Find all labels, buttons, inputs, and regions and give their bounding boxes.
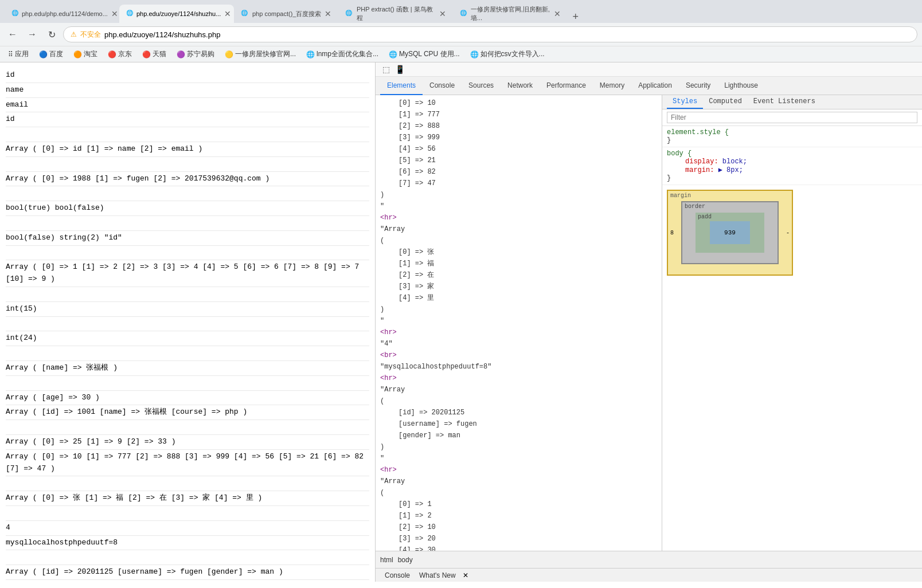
tab-1-title: php.edu/php.edu/1124/demo... xyxy=(22,10,108,17)
tab-lighthouse[interactable]: Lighthouse xyxy=(717,77,765,95)
tab-2-title: php.edu/zuoye/1124/shuzhu... xyxy=(136,10,221,17)
tab-elements[interactable]: Elements xyxy=(380,77,423,95)
bookmark-jd[interactable]: 🔴 京东 xyxy=(104,48,135,60)
bookmark-apps[interactable]: ⠿ 应用 xyxy=(5,48,32,60)
content-line-21 xyxy=(6,376,369,391)
tab-sources-label: Sources xyxy=(468,81,494,89)
tianmao-favicon: 🔴 xyxy=(142,50,151,58)
tab-lighthouse-label: Lighthouse xyxy=(724,81,758,89)
bookmark-mysql[interactable]: 🌐 MySQL CPU 使用... xyxy=(385,48,463,60)
forward-button[interactable]: → xyxy=(24,26,40,42)
dom-line-34: "Array xyxy=(376,476,662,487)
subtab-event-listeners[interactable]: Event Listeners xyxy=(748,95,821,109)
dom-line-39: [3] => 20 xyxy=(376,533,662,544)
back-button[interactable]: ← xyxy=(5,26,21,42)
address-input[interactable]: ⚠ 不安全 php.edu/zuoye/1124/shuzhuhs.php xyxy=(63,26,917,42)
tab-2[interactable]: 🌐 php.edu/zuoye/1124/shuzhu... ✕ xyxy=(119,5,234,23)
tab-5[interactable]: 🌐 一修房屋快修官网,旧房翻新,墙... ✕ xyxy=(453,5,568,23)
console-tab-bottom[interactable]: Console xyxy=(380,570,415,581)
refresh-button[interactable]: ↻ xyxy=(44,26,60,42)
bookmark-taobao[interactable]: 🟠 淘宝 xyxy=(70,48,101,60)
bookmark-jd-label: 京东 xyxy=(118,49,132,59)
close-bottom-panel-icon[interactable]: ✕ xyxy=(463,571,468,579)
body-selector-text: body { xyxy=(667,150,692,158)
body-style-closing: } xyxy=(667,174,917,182)
content-line-30: 4 xyxy=(6,521,369,536)
dom-line-21: <hr> xyxy=(376,327,662,338)
tab-application[interactable]: Application xyxy=(631,77,679,95)
dom-line-11: <hr> xyxy=(376,212,662,224)
tab-2-close[interactable]: ✕ xyxy=(224,9,231,18)
lnmp-favicon: 🌐 xyxy=(306,50,315,58)
right-margin-value: - xyxy=(786,230,790,236)
whats-new-tab-bottom[interactable]: What's New xyxy=(415,570,460,581)
security-icon: ⚠ xyxy=(71,30,77,38)
dom-line-27: ( xyxy=(376,395,662,407)
tab-security[interactable]: Security xyxy=(679,77,717,95)
box-content: 939 xyxy=(710,221,750,244)
apps-icon: ⠿ xyxy=(8,50,13,58)
tab-2-favicon: 🌐 xyxy=(126,10,133,18)
tab-sources[interactable]: Sources xyxy=(462,77,501,95)
tab-network-label: Network xyxy=(507,81,533,89)
bookmark-lnmp[interactable]: 🌐 lnmp全面优化集合... xyxy=(303,48,382,60)
element-style-brace: } xyxy=(667,136,671,144)
subtab-computed[interactable]: Computed xyxy=(703,95,748,109)
bookmark-lnmp-label: lnmp全面优化集合... xyxy=(317,49,378,59)
body-breadcrumb[interactable]: body xyxy=(398,556,413,564)
subtab-event-listeners-label: Event Listeners xyxy=(753,97,815,105)
dom-line-13: ( xyxy=(376,235,662,246)
device-toggle-icon[interactable]: 📱 xyxy=(394,64,405,75)
box-model: margin border padd 939 8 - xyxy=(667,190,917,276)
subtab-styles[interactable]: Styles xyxy=(667,95,703,109)
dom-line-1: [0] => 10 xyxy=(376,97,662,109)
bookmark-yixiu[interactable]: 🟡 一修房屋快修官网... xyxy=(221,48,299,60)
dom-line-29: [username] => fugen xyxy=(376,418,662,430)
tab-4[interactable]: 🌐 PHP extract() 函数 | 菜鸟教程 ✕ xyxy=(338,5,453,23)
tab-4-close[interactable]: ✕ xyxy=(439,9,446,18)
tab-4-favicon: 🌐 xyxy=(345,10,353,18)
dom-line-12: "Array xyxy=(376,224,662,235)
dom-line-32: " xyxy=(376,453,662,464)
dom-line-22: "4" xyxy=(376,338,662,350)
margin-label: margin xyxy=(670,193,691,199)
dom-line-31: ) xyxy=(376,441,662,453)
dom-line-17: [3] => 家 xyxy=(376,281,662,292)
inspect-element-icon[interactable]: ⬚ xyxy=(380,64,392,75)
bookmark-baidu[interactable]: 🔵 百度 xyxy=(36,48,67,60)
url-text: php.edu/zuoye/1124/shuzhuhs.php xyxy=(104,30,220,39)
tab-performance[interactable]: Performance xyxy=(540,77,593,95)
tab-1[interactable]: 🌐 php.edu/php.edu/1124/demo... ✕ xyxy=(5,5,119,23)
content-line-22: Array ( [age] => 30 ) xyxy=(6,391,369,406)
devtools-tabs: Elements Console Sources Network Perform… xyxy=(376,77,922,95)
tab-4-title: PHP extract() 函数 | 菜鸟教程 xyxy=(357,5,436,22)
mysql-favicon: 🌐 xyxy=(389,50,397,58)
bookmark-mysql-label: MySQL CPU 使用... xyxy=(399,49,460,59)
devtools-content: [0] => 10 [1] => 777 [2] => 888 [3] => 9… xyxy=(376,95,922,551)
dom-line-25: <hr> xyxy=(376,373,662,384)
tab-1-close[interactable]: ✕ xyxy=(111,9,118,18)
tab-console[interactable]: Console xyxy=(423,77,462,95)
tab-network[interactable]: Network xyxy=(501,77,540,95)
dom-line-35: ( xyxy=(376,487,662,499)
bookmark-suning[interactable]: 🟣 苏宁易购 xyxy=(173,48,218,60)
bookmark-tianmao[interactable]: 🔴 天猫 xyxy=(139,48,170,60)
content-line-31: mysqllocalhostphpeduutf=8 xyxy=(6,536,369,551)
tab-3-close[interactable]: ✕ xyxy=(325,9,331,18)
body-margin-name: margin: xyxy=(676,166,714,174)
browser-chrome: 🌐 php.edu/php.edu/1124/demo... ✕ 🌐 php.e… xyxy=(0,0,922,62)
tab-memory[interactable]: Memory xyxy=(593,77,631,95)
tab-5-close[interactable]: ✕ xyxy=(554,9,561,18)
content-line-26: Array ( [0] => 10 [1] => 777 [2] => 888 … xyxy=(6,450,369,477)
dom-line-6: [5] => 21 xyxy=(376,155,662,166)
html-breadcrumb[interactable]: html xyxy=(380,556,393,564)
filter-input[interactable] xyxy=(667,112,917,123)
new-tab-button[interactable]: + xyxy=(568,11,583,23)
bookmarks-bar: ⠿ 应用 🔵 百度 🟠 淘宝 🔴 京东 🔴 天猫 🟣 苏宁易购 🟡 一修房屋快修… xyxy=(0,46,922,62)
dom-line-40: [4] => 30 xyxy=(376,544,662,551)
dom-line-38: [2] => 10 xyxy=(376,522,662,533)
dom-line-26: "Array xyxy=(376,384,662,395)
bookmark-baidu-label: 百度 xyxy=(49,49,63,59)
tab-3[interactable]: 🌐 php compact()_百度搜索 ✕ xyxy=(234,5,338,23)
bookmark-csv[interactable]: 🌐 如何把csv文件导入... xyxy=(467,48,548,60)
